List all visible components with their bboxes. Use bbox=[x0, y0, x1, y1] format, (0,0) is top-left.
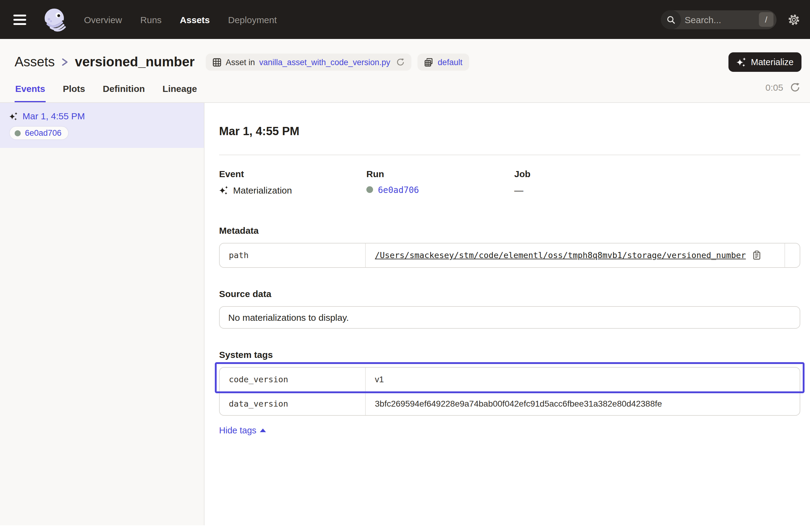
run-status-dot bbox=[15, 130, 21, 136]
search-icon bbox=[661, 10, 681, 29]
source-data-empty-message: No materializations to display. bbox=[228, 312, 349, 322]
event-list-item[interactable]: Mar 1, 4:55 PM 6e0ad706 bbox=[0, 103, 204, 148]
search-input[interactable] bbox=[681, 14, 759, 25]
refresh-status: 0:05 bbox=[765, 72, 800, 102]
tag-key: data_version bbox=[220, 392, 366, 415]
app-root: Overview Runs Assets Deployment / bbox=[0, 0, 810, 532]
clipboard-icon bbox=[752, 250, 761, 260]
metadata-path-link[interactable]: /Users/smackesey/stm/code/elementl/oss/t… bbox=[375, 250, 746, 260]
asset-table-icon bbox=[212, 58, 222, 67]
materialize-button-label: Materialize bbox=[751, 57, 794, 67]
table-row: code_version v1 bbox=[220, 367, 800, 391]
refresh-countdown: 0:05 bbox=[765, 82, 783, 92]
materialization-sparkle-icon bbox=[9, 112, 18, 120]
event-list-sidebar: Mar 1, 4:55 PM 6e0ad706 bbox=[0, 103, 205, 525]
table-spacer-cell bbox=[784, 243, 800, 267]
top-nav: Overview Runs Assets Deployment / bbox=[0, 0, 810, 39]
metadata-heading: Metadata bbox=[219, 225, 800, 235]
event-column-label: Event bbox=[219, 168, 366, 179]
repository-icon bbox=[424, 58, 434, 67]
source-data-empty-state: No materializations to display. bbox=[219, 306, 800, 328]
search-box[interactable]: / bbox=[661, 10, 777, 29]
refresh-button[interactable] bbox=[790, 82, 800, 92]
reload-icon bbox=[396, 58, 405, 66]
gear-icon bbox=[788, 13, 800, 26]
caret-up-icon bbox=[260, 428, 266, 432]
metadata-key: path bbox=[220, 243, 366, 267]
tab-bar: Events Plots Definition Lineage 0:05 bbox=[0, 72, 810, 103]
page-header: Assets versioned_number Asset in vanilla… bbox=[0, 39, 810, 72]
tag-value: v1 bbox=[375, 374, 384, 384]
run-id-label: 6e0ad706 bbox=[25, 128, 62, 138]
table-row: path /Users/smackesey/stm/code/elementl/… bbox=[220, 243, 800, 267]
run-status-dot bbox=[366, 186, 373, 193]
search-shortcut-key: / bbox=[759, 12, 774, 27]
table-row: data_version 3bfc269594ef649228e9a74bab0… bbox=[220, 391, 800, 415]
metadata-table: path /Users/smackesey/stm/code/elementl/… bbox=[219, 243, 800, 268]
menu-icon[interactable] bbox=[13, 9, 34, 30]
hide-tags-label: Hide tags bbox=[219, 425, 257, 435]
system-tags-table: code_version v1 data_version 3bfc269594e… bbox=[219, 367, 800, 416]
tab-lineage[interactable]: Lineage bbox=[162, 72, 197, 102]
page-title: versioned_number bbox=[75, 54, 195, 70]
run-id-chip[interactable]: 6e0ad706 bbox=[10, 127, 68, 140]
nav-link-overview[interactable]: Overview bbox=[84, 14, 122, 25]
divider bbox=[219, 154, 800, 155]
tab-plots[interactable]: Plots bbox=[62, 72, 85, 102]
top-nav-right: / bbox=[661, 10, 800, 29]
breadcrumb-assets-link[interactable]: Assets bbox=[15, 54, 55, 70]
materialize-button[interactable]: Materialize bbox=[728, 52, 801, 72]
tabs: Events Plots Definition Lineage bbox=[15, 72, 197, 102]
settings-button[interactable] bbox=[788, 13, 800, 26]
copy-path-button[interactable] bbox=[752, 250, 761, 260]
event-detail-title: Mar 1, 4:55 PM bbox=[219, 125, 800, 138]
event-type-value: Materialization bbox=[233, 185, 292, 195]
asset-badge-prefix: Asset in bbox=[226, 58, 255, 67]
hide-tags-button[interactable]: Hide tags bbox=[219, 425, 266, 435]
materialization-sparkle-icon bbox=[219, 186, 228, 194]
dagster-logo-icon[interactable] bbox=[43, 7, 67, 32]
chevron-right-icon bbox=[61, 57, 69, 67]
asset-file-link[interactable]: vanilla_asset_with_code_version.py bbox=[259, 58, 390, 67]
tag-key: code_version bbox=[220, 367, 366, 391]
event-timestamp-link[interactable]: Mar 1, 4:55 PM bbox=[22, 111, 85, 121]
tab-events[interactable]: Events bbox=[15, 72, 46, 102]
system-tags-heading: System tags bbox=[219, 349, 800, 359]
sparkle-icon bbox=[736, 57, 746, 67]
job-column-label: Job bbox=[514, 168, 800, 179]
repository-name[interactable]: default bbox=[438, 58, 463, 67]
asset-definition-badge: Asset in vanilla_asset_with_code_version… bbox=[206, 53, 412, 70]
run-id-link[interactable]: 6e0ad706 bbox=[378, 185, 419, 194]
reload-icon bbox=[790, 82, 800, 92]
nav-link-runs[interactable]: Runs bbox=[140, 14, 162, 25]
asset-reload-button[interactable] bbox=[396, 58, 405, 66]
system-tags-table-wrap: code_version v1 data_version 3bfc269594e… bbox=[219, 367, 800, 416]
nav-link-assets[interactable]: Assets bbox=[180, 14, 210, 25]
repository-badge[interactable]: default bbox=[418, 53, 469, 70]
breadcrumb: Assets versioned_number bbox=[15, 54, 195, 70]
event-detail-panel: Mar 1, 4:55 PM Event Materialization bbox=[205, 103, 810, 525]
content-body: Mar 1, 4:55 PM 6e0ad706 Mar 1, 4:55 PM E… bbox=[0, 103, 810, 525]
source-data-heading: Source data bbox=[219, 288, 800, 299]
tag-value: 3bfc269594ef649228e9a74bab00f042efc91d5a… bbox=[375, 398, 662, 408]
run-column-label: Run bbox=[366, 168, 514, 179]
primary-nav: Overview Runs Assets Deployment bbox=[84, 14, 277, 25]
nav-link-deployment[interactable]: Deployment bbox=[228, 14, 277, 25]
event-summary: Event Materialization Run 6e0ad bbox=[219, 168, 800, 195]
tab-definition[interactable]: Definition bbox=[102, 72, 145, 102]
job-value: — bbox=[514, 185, 523, 195]
